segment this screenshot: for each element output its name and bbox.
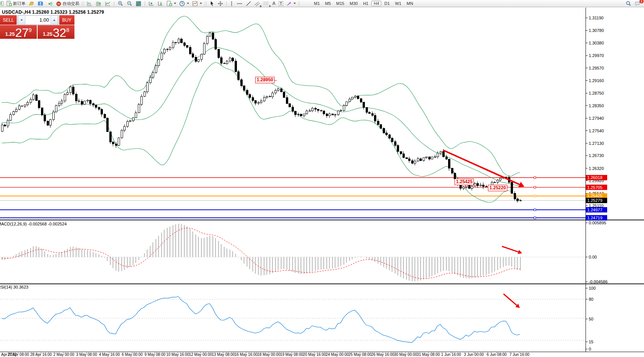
hline-handle bbox=[534, 217, 536, 219]
one-click-trading-panel: SELL BUY 1.25 27 9 1.25 32 8 bbox=[0, 15, 74, 39]
volume-increase-button[interactable] bbox=[51, 16, 58, 24]
svg-text:1.24977: 1.24977 bbox=[587, 208, 603, 212]
sell-price-display[interactable]: 1.25 27 9 bbox=[0, 25, 37, 39]
buy-button[interactable]: BUY bbox=[59, 15, 74, 25]
bollinger-bands bbox=[2, 16, 520, 202]
svg-text:1.25705: 1.25705 bbox=[587, 185, 603, 190]
volume-input[interactable] bbox=[25, 16, 51, 24]
sell-price-big: 27 bbox=[15, 27, 29, 38]
svg-text:1.29570: 1.29570 bbox=[589, 66, 604, 70]
price-callout-128950[interactable]: 1.28950 bbox=[255, 77, 275, 83]
svg-text:80: 80 bbox=[589, 297, 593, 301]
svg-text:1.26730: 1.26730 bbox=[589, 153, 604, 158]
sell-price-prefix: 1.25 bbox=[5, 31, 15, 37]
buy-price-sup: 8 bbox=[66, 27, 69, 33]
trend-arrow-rsi bbox=[504, 294, 520, 308]
svg-text:1.24719: 1.24719 bbox=[587, 216, 603, 220]
price-callout-125425[interactable]: 1.25425 bbox=[455, 179, 474, 185]
price-axis: 1.311901.307801.303801.299701.295701.291… bbox=[586, 16, 608, 351]
macd-indicator-label: MACD(12,26,9) -0.002568 -0.002524 bbox=[0, 222, 67, 226]
macd-histogram bbox=[2, 224, 521, 281]
rsi-indicator-label: RSI(14) 30.3623 bbox=[0, 285, 28, 289]
svg-text:0: 0 bbox=[589, 347, 591, 351]
hline-handle bbox=[534, 186, 536, 188]
svg-text:1.27940: 1.27940 bbox=[589, 116, 604, 121]
svg-text:1.26018: 1.26018 bbox=[587, 175, 603, 180]
svg-text:100: 100 bbox=[589, 286, 596, 290]
svg-text:50: 50 bbox=[589, 317, 593, 321]
hline-handle bbox=[534, 195, 536, 197]
buy-price-big: 32 bbox=[53, 27, 66, 38]
svg-text:1.25279: 1.25279 bbox=[587, 198, 603, 203]
svg-text:1.29160: 1.29160 bbox=[589, 78, 604, 83]
svg-text:1.31190: 1.31190 bbox=[589, 16, 604, 20]
price-callout-125220[interactable]: 1.25220 bbox=[488, 185, 507, 191]
svg-text:1.26320: 1.26320 bbox=[589, 166, 604, 171]
svg-text:1.28350: 1.28350 bbox=[589, 103, 604, 108]
trend-arrow-macd bbox=[502, 246, 522, 254]
svg-text:1.27130: 1.27130 bbox=[589, 141, 604, 146]
volume-stepper bbox=[17, 15, 58, 25]
sell-price-sup: 9 bbox=[29, 27, 32, 33]
hline-handle bbox=[534, 177, 536, 179]
svg-text:1.27540: 1.27540 bbox=[589, 129, 604, 133]
svg-text:0.00: 0.00 bbox=[589, 255, 597, 259]
svg-text:1.30780: 1.30780 bbox=[589, 28, 604, 33]
buy-price-prefix: 1.25 bbox=[43, 31, 52, 37]
svg-text:15: 15 bbox=[589, 340, 593, 344]
svg-text:1.28750: 1.28750 bbox=[589, 91, 604, 95]
svg-text:1.25425: 1.25425 bbox=[587, 194, 603, 198]
svg-text:0.005895: 0.005895 bbox=[589, 221, 606, 225]
time-axis: Apr 202227 Apr 08:0028 Apr 16:002 May 00… bbox=[1, 352, 530, 357]
volume-decrease-button[interactable] bbox=[18, 16, 25, 24]
pane-frame bbox=[0, 8, 644, 352]
sell-button[interactable]: SELL bbox=[0, 15, 17, 25]
svg-text:1.29970: 1.29970 bbox=[589, 53, 604, 58]
svg-text:1.30380: 1.30380 bbox=[589, 41, 604, 45]
hline-handle bbox=[534, 209, 536, 211]
mt4-window: 新订单 自动交易 E F A T bbox=[0, 0, 644, 357]
svg-text:-0.004586: -0.004586 bbox=[589, 279, 608, 284]
rsi-line bbox=[2, 297, 520, 343]
candlesticks bbox=[1, 32, 521, 203]
buy-price-display[interactable]: 1.25 32 8 bbox=[38, 25, 74, 39]
chart-title: USDCAD-,H4 1.25260 1.25323 1.25256 1.252… bbox=[2, 10, 104, 15]
price-chart-canvas[interactable]: 1.311901.307801.303801.299701.295701.291… bbox=[0, 0, 644, 357]
